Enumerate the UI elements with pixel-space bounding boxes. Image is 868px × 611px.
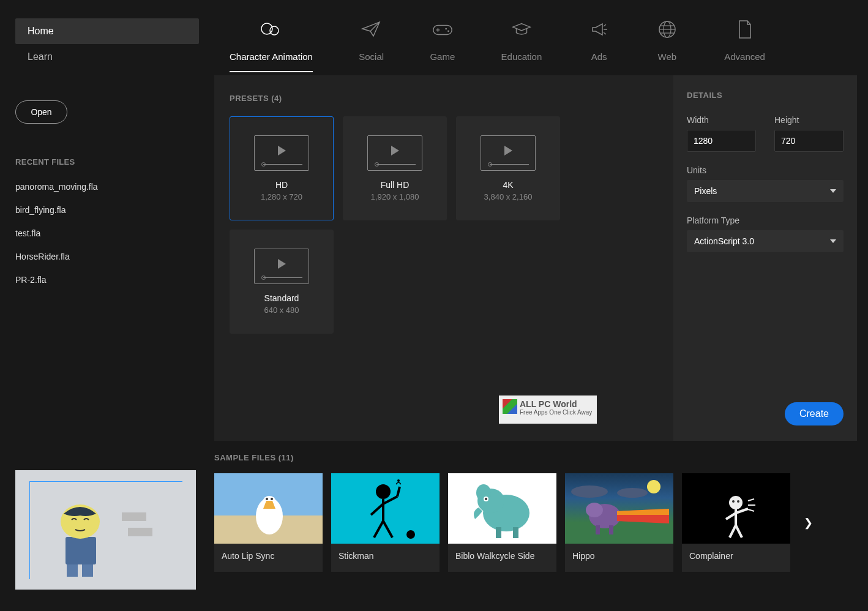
units-value: Pixels [694, 186, 717, 196]
svg-point-30 [406, 530, 415, 539]
svg-line-51 [736, 509, 748, 513]
svg-line-52 [730, 525, 736, 538]
tab-label: Advanced [724, 51, 765, 62]
chevron-down-icon [830, 189, 836, 193]
svg-point-22 [271, 498, 273, 500]
recent-preview[interactable] [15, 470, 196, 590]
main-panel: Character Animation Social Game [214, 0, 868, 441]
svg-point-46 [729, 496, 743, 509]
preset-dimensions: 640 x 480 [264, 306, 299, 315]
preset-dimensions: 3,840 x 2,160 [484, 192, 533, 201]
nav-home[interactable]: Home [15, 18, 199, 44]
tab-social[interactable]: Social [359, 18, 384, 72]
platform-select[interactable]: ActionScript 3.0 [687, 230, 844, 252]
svg-point-43 [586, 503, 603, 517]
svg-line-27 [397, 487, 400, 497]
preset-name: 4K [503, 180, 513, 190]
svg-point-41 [617, 488, 648, 498]
preset-name: Standard [264, 293, 299, 303]
preset-fullhd[interactable]: Full HD 1,920 x 1,080 [343, 116, 447, 220]
svg-line-53 [736, 525, 742, 538]
preset-name: HD [275, 180, 288, 190]
video-icon [481, 135, 536, 171]
svg-point-39 [647, 480, 660, 493]
megaphone-icon [588, 18, 610, 40]
sample-label: Complainer [682, 544, 790, 572]
width-label: Width [687, 115, 756, 125]
tab-advanced[interactable]: Advanced [724, 18, 765, 72]
svg-rect-38 [513, 527, 518, 538]
svg-rect-2 [433, 25, 452, 34]
svg-line-25 [371, 504, 383, 515]
preset-hd[interactable]: HD 1,280 x 720 [230, 116, 334, 220]
sample-auto-lip-sync[interactable]: Auto Lip Sync [214, 473, 323, 572]
platform-value: ActionScript 3.0 [694, 236, 754, 246]
sample-biblo[interactable]: Biblo Walkcycle Side [448, 473, 556, 572]
open-button[interactable]: Open [15, 100, 67, 124]
next-arrow-icon[interactable]: ❯ [804, 516, 813, 530]
graduation-icon [511, 18, 533, 40]
sample-label: Auto Lip Sync [214, 544, 323, 572]
presets-area: PRESETS (4) HD 1,280 x 720 Full HD 1,920… [214, 75, 673, 441]
tab-web[interactable]: Web [656, 18, 678, 72]
svg-rect-44 [596, 525, 600, 534]
video-icon [254, 135, 309, 171]
svg-rect-37 [496, 527, 501, 538]
svg-point-31 [397, 479, 400, 482]
recent-file[interactable]: bird_flying.fla [15, 205, 199, 215]
preset-dimensions: 1,920 x 1,080 [371, 192, 419, 201]
svg-point-34 [476, 484, 491, 501]
character-icon [260, 18, 282, 40]
tab-label: Character Animation [230, 51, 313, 62]
gamepad-icon [432, 18, 454, 40]
svg-point-23 [376, 484, 391, 499]
category-tabs: Character Animation Social Game [214, 18, 784, 72]
tab-education[interactable]: Education [501, 18, 542, 72]
svg-point-48 [737, 500, 739, 503]
tab-game[interactable]: Game [430, 18, 455, 72]
details-panel: DETAILS Width Height Units [673, 75, 857, 441]
recent-file[interactable]: HorseRider.fla [15, 252, 199, 261]
recent-file[interactable]: panoroma_moving.fla [15, 182, 199, 192]
document-icon [734, 18, 756, 40]
video-icon [254, 249, 309, 284]
chevron-down-icon [830, 239, 836, 243]
height-label: Height [774, 115, 844, 125]
svg-line-56 [748, 509, 754, 511]
sample-label: Biblo Walkcycle Side [448, 544, 556, 572]
preset-4k[interactable]: 4K 3,840 x 2,160 [456, 116, 560, 220]
recent-files-label: RECENT FILES [15, 157, 199, 167]
svg-line-50 [726, 513, 736, 519]
preset-standard[interactable]: Standard 640 x 480 [230, 230, 334, 334]
svg-rect-14 [128, 528, 152, 536]
sample-complainer[interactable]: Complainer [682, 473, 790, 572]
sidebar: Home Learn Open RECENT FILES panoroma_mo… [0, 0, 214, 441]
tab-label: Game [430, 51, 455, 62]
sample-files-title: SAMPLE FILES (11) [214, 453, 853, 462]
video-icon [367, 135, 422, 171]
create-button[interactable]: Create [785, 402, 844, 425]
svg-point-47 [732, 500, 735, 503]
svg-rect-13 [122, 512, 146, 521]
tab-label: Web [658, 51, 677, 62]
tab-ads[interactable]: Ads [588, 18, 610, 72]
sample-label: Stickman [331, 544, 440, 572]
height-input[interactable] [774, 130, 844, 152]
svg-line-28 [374, 521, 383, 538]
svg-rect-12 [30, 482, 183, 580]
width-input[interactable] [687, 130, 756, 152]
svg-point-6 [447, 30, 449, 32]
recent-file[interactable]: test.fla [15, 228, 199, 238]
units-select[interactable]: Pixels [687, 180, 844, 202]
sample-stickman[interactable]: Stickman [331, 473, 440, 572]
nav-learn[interactable]: Learn [15, 44, 199, 70]
tab-character-animation[interactable]: Character Animation [230, 18, 313, 72]
svg-point-36 [485, 498, 487, 500]
svg-rect-17 [65, 537, 96, 564]
sample-hippo[interactable]: Hippo [565, 473, 673, 572]
details-title: DETAILS [687, 91, 844, 100]
preset-dimensions: 1,280 x 720 [261, 192, 302, 201]
watermark: ALL PC WorldFree Apps One Click Away [499, 395, 597, 424]
recent-file[interactable]: PR-2.fla [15, 275, 199, 285]
svg-rect-45 [609, 525, 613, 534]
